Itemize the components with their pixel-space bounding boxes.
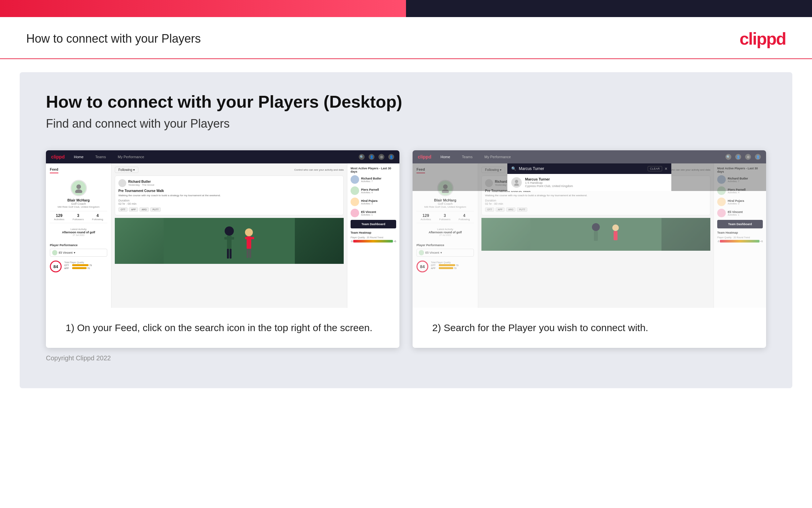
- player-info-2: Hiral Pujara Activities: 3: [361, 199, 378, 205]
- stat-foll-2: 3 Followers: [439, 213, 450, 221]
- profile-card: Blair McHarg Golf Coach Mill Ride Golf C…: [50, 177, 107, 241]
- control-link[interactable]: Control who can see your activity and da…: [294, 168, 344, 171]
- activity-meta: Yesterday · The Grove: [128, 183, 154, 186]
- nav-icons: 🔍 👤 ⚙ 👤: [359, 154, 394, 160]
- player-avatar-2-2: [717, 198, 726, 206]
- ott-bar: [72, 264, 89, 266]
- player-info-1: Piers Parnell Activities: 4: [361, 188, 379, 194]
- stat-following: 4 Following: [92, 213, 103, 221]
- player-select[interactable]: Eli Vincent ▾: [50, 249, 107, 257]
- foll-num-2: 3: [439, 213, 450, 218]
- search-bar: 🔍 Marcus Turner CLEAR ×: [507, 163, 671, 174]
- following-label: Following: [92, 218, 103, 221]
- result-avatar: [511, 177, 522, 188]
- close-button[interactable]: ×: [665, 166, 667, 171]
- profile-icon[interactable]: 👤: [369, 154, 375, 160]
- pp-section-2: Player Performance Eli Vincent ▾ 84 T: [417, 244, 474, 272]
- ott-bar-2: [439, 264, 455, 266]
- page-title: How to connect with your Players: [26, 32, 201, 46]
- player-mini-avatar: [52, 250, 57, 255]
- svg-rect-17: [594, 231, 598, 241]
- nav-icons-2: 🔍 👤 ⚙ 👤: [725, 154, 761, 160]
- settings-icon[interactable]: ⚙: [378, 154, 384, 160]
- tag-ott: OTT: [118, 207, 128, 212]
- team-dashboard-button[interactable]: Team Dashboard: [350, 220, 396, 228]
- svg-point-3: [225, 226, 234, 236]
- result-info: Marcus Turner 1-5 Handicap Cypress Point…: [525, 177, 573, 188]
- svg-point-18: [612, 224, 619, 231]
- footer-area: Copyright Clippd 2022: [46, 354, 766, 362]
- duration-label: Duration: [118, 199, 130, 202]
- latest-lbl-2: Latest Activity: [417, 228, 474, 231]
- ott-row-2: OTT 79: [431, 264, 474, 266]
- player-avatar-2-3: [717, 209, 726, 217]
- pp-title-2: Player Performance: [417, 244, 474, 247]
- dropdown-arrow-2: ▾: [440, 251, 442, 254]
- latest-date-2: 27 Jul 2022: [417, 234, 474, 236]
- player-acts-2-3: Activities: 1: [728, 214, 743, 216]
- svg-point-1: [75, 189, 82, 193]
- tq-label-2: Total Player Quality: [431, 261, 474, 263]
- nav-home[interactable]: Home: [71, 154, 86, 160]
- team-heatmap-sub-2: Player Quality · 20 Round Trend: [717, 236, 763, 239]
- score-circle-2: 84: [417, 261, 428, 272]
- team-dashboard-btn-2: Team Dashboard: [717, 220, 763, 228]
- player-name-2-2: Hiral Pujara: [728, 199, 744, 203]
- feed-tab[interactable]: Feed: [50, 167, 58, 173]
- player-info-2-2: Hiral Pujara Activities: 3: [728, 199, 744, 205]
- activity-desc-2: Walking the course with my coach to buil…: [485, 194, 707, 197]
- tag-app: APP: [129, 207, 138, 212]
- activity-avatar: [118, 179, 126, 187]
- total-quality-label: Total Player Quality: [64, 261, 107, 263]
- tag-ott-2: OTT: [485, 207, 494, 212]
- svg-rect-5: [224, 237, 234, 240]
- activity-desc: Walking the course with my coach to buil…: [118, 194, 340, 197]
- player-performance-title: Player Performance: [50, 244, 107, 247]
- clear-button[interactable]: CLEAR: [648, 166, 662, 171]
- stat-followers: 3 Followers: [73, 213, 84, 221]
- player-acts-0: Activities: 7: [361, 180, 381, 182]
- app-mockup-1: clippd Home Teams My Performance 🔍 👤 ⚙ 👤: [46, 150, 399, 308]
- player-row-2-3: Eli Vincent Activities: 1: [717, 209, 763, 217]
- svg-point-8: [245, 228, 253, 236]
- app-nav-2: clippd Home Teams My Performance 🔍 👤 ⚙ 👤: [413, 150, 766, 163]
- screenshot-1: clippd Home Teams My Performance 🔍 👤 ⚙ 👤: [46, 150, 399, 348]
- search-icon-2: 🔍: [725, 154, 731, 160]
- score-circle: 84: [50, 261, 62, 272]
- profile-role-2: Golf Coach: [417, 202, 474, 205]
- golf-image-2: [481, 218, 710, 251]
- duration-value: 02 hr : 00 min: [118, 202, 136, 205]
- player-select-2: Eli Vincent ▾: [417, 249, 474, 257]
- search-input[interactable]: Marcus Turner: [519, 166, 645, 171]
- avatar-icon-2: 👤: [755, 154, 761, 160]
- nav-teams[interactable]: Teams: [93, 154, 108, 160]
- search-icon[interactable]: 🔍: [359, 154, 365, 160]
- quality-bars-2: Total Player Quality OTT 79 APP: [431, 261, 474, 270]
- screenshot-2: clippd Home Teams My Performance 🔍 👤 ⚙ 👤: [413, 150, 766, 348]
- foll-lbl-2: Followers: [439, 218, 450, 221]
- score-area-2: 84 Total Player Quality OTT 79: [417, 259, 474, 272]
- avatar-icon[interactable]: 👤: [388, 154, 394, 160]
- app-nav-1: clippd Home Teams My Performance 🔍 👤 ⚙ 👤: [46, 150, 399, 163]
- team-heatmap-title-2: Team Heatmap: [717, 231, 763, 234]
- latest-title-2: Afternoon round of golf: [417, 231, 474, 234]
- profile-role: Golf Coach: [50, 202, 107, 205]
- svg-rect-7: [230, 249, 232, 259]
- latest-activity: Latest Activity Afternoon round of golf …: [50, 226, 107, 238]
- profile-name-2: Blair McHarg: [417, 198, 474, 202]
- player-acts-2-1: Activities: 4: [728, 191, 746, 194]
- player-name-3: Eli Vincent: [361, 210, 376, 214]
- player-info-0: Richard Butler Activities: 7: [361, 177, 381, 182]
- activity-tags-2: OTT APP ARG PUTT: [485, 207, 707, 212]
- latest-activity-2: Latest Activity Afternoon round of golf …: [417, 226, 474, 238]
- followers-label: Followers: [73, 218, 84, 221]
- search-result[interactable]: Marcus Turner 1-5 Handicap Cypress Point…: [507, 174, 671, 191]
- following-button[interactable]: Following ▾: [115, 167, 138, 173]
- most-active-title: Most Active Players - Last 30 days: [350, 167, 396, 173]
- app-bar-row: APP 70: [64, 267, 107, 269]
- acts-num-2: 129: [421, 213, 431, 218]
- activity-tags: OTT APP ARG PUTT: [118, 207, 340, 212]
- nav-my-performance[interactable]: My Performance: [115, 154, 147, 160]
- nav-home-2: Home: [438, 154, 452, 160]
- caption-1: 1) On your Feed, click on the search ico…: [65, 321, 380, 335]
